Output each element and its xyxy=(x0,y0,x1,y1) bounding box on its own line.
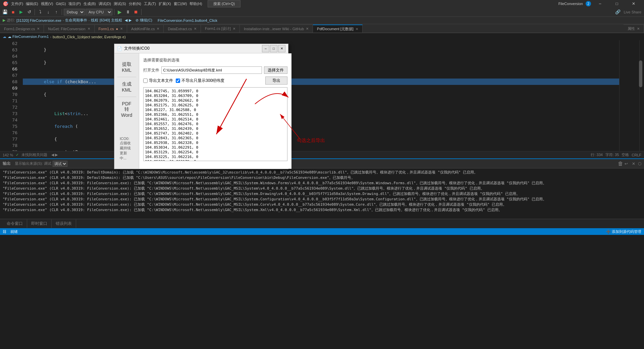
menu-test[interactable]: 测试(S) xyxy=(114,1,126,6)
tab-label: Installation instr...iewer Wiki - GitHub xyxy=(244,27,304,31)
menu-project[interactable]: 项目(P) xyxy=(68,1,81,6)
liveshare-label[interactable]: Live Share xyxy=(622,10,643,14)
step-over[interactable]: ⤵ xyxy=(37,8,44,16)
tab-close[interactable]: ✕ xyxy=(233,27,235,31)
menu-tools[interactable]: 工具(T) xyxy=(144,1,156,6)
output-wrap-btn[interactable]: ↩ xyxy=(625,161,628,166)
zoom-level[interactable]: 142 % xyxy=(3,153,13,157)
output-line-1: "FileConversion.exe" (CLR v4.0.30319: De… xyxy=(3,170,606,175)
dialog-title-text: 文件转换ICO0 xyxy=(124,46,150,51)
output-float-btn[interactable]: ⬡ xyxy=(638,161,641,166)
tab-nuget[interactable]: NuGet: FileConversion ✕ xyxy=(44,24,94,33)
tab-form1design[interactable]: Form1.cs [设计] ✕ xyxy=(201,24,240,33)
menu-analyze[interactable]: 分析(N) xyxy=(129,1,141,6)
menu-edit[interactable]: 编辑(E) xyxy=(26,1,38,6)
menu-build[interactable]: 生成(B) xyxy=(84,1,96,6)
dialog-close-btn[interactable]: ✕ xyxy=(278,45,285,52)
editor-scrollbar[interactable] xyxy=(639,40,644,151)
debug-mode-dropdown[interactable]: Debug xyxy=(64,9,85,15)
dialog-minimize-btn[interactable]: – xyxy=(262,45,269,52)
pdf-to-word-item[interactable]: PDF转Word xyxy=(117,98,136,120)
nav-btn2[interactable]: ▶ xyxy=(129,18,131,22)
tab-props[interactable]: 属性 ✕ xyxy=(624,24,644,33)
menu-file[interactable]: 文件(F) xyxy=(11,1,23,6)
tab-label: AddKmlFile.cs xyxy=(131,27,155,31)
tab-dataextract[interactable]: DataExtract.cs ✕ xyxy=(164,24,201,33)
dialog-status-text: ICO0: 点顿收藏持续更新中... xyxy=(117,134,136,163)
menu-window[interactable]: 窗口(W) xyxy=(174,1,187,6)
save-btn[interactable]: 💾 xyxy=(1,8,9,16)
export-text-checkbox[interactable] xyxy=(143,79,148,83)
select-file-btn[interactable]: 选择文件 xyxy=(264,66,287,74)
nav-btn[interactable]: ◀ xyxy=(125,18,127,22)
output-close-btn[interactable]: ✕ xyxy=(632,161,635,166)
tab-form1designer[interactable]: Form1.Designer.cs ✕ xyxy=(0,24,44,33)
export-text-label: 导出文本文件 xyxy=(149,78,173,84)
file-conversion-dialog[interactable]: 📄 文件转换ICO0 – □ ✕ 提取KML 生成KML PDF转Word IC… xyxy=(114,44,288,169)
window-controls: – □ ✕ xyxy=(592,0,641,7)
menu-git[interactable]: Git(G) xyxy=(56,2,66,6)
nav-arrows[interactable]: ◀ ▶ xyxy=(51,153,58,157)
breadcrumb-class[interactable]: ☁ FileConversion.Form1 xyxy=(8,35,49,39)
cpu-dropdown[interactable]: Any CPU xyxy=(86,9,112,15)
tab-wiki[interactable]: Installation instr...iewer Wiki - GitHub… xyxy=(240,24,313,33)
main-toolbar: 💾 ■ ▶ ↺ ⤵ ↓ ↑ Debug Any CPU ▶ ⏸ ⏹ 🔗 Live… xyxy=(0,7,644,17)
tab-form1cs[interactable]: Form1.cs ● ✕ xyxy=(95,24,127,33)
tabs-bar: Form1.Designer.cs ✕ NuGet: FileConversio… xyxy=(0,24,644,33)
stop-btn[interactable]: ■ xyxy=(9,8,17,16)
tab-close[interactable]: ✕ xyxy=(194,27,197,31)
liveshare-icon: 🔗 xyxy=(615,9,621,14)
add-source-control[interactable]: ➕ 添加到源代码管理 xyxy=(606,229,641,234)
cmd-tab[interactable]: 命令窗口 xyxy=(3,219,27,228)
progress-indicator: ▶ xyxy=(3,18,5,22)
app-title: FileConversion xyxy=(558,2,583,6)
output-source-select[interactable]: 调试 xyxy=(53,161,67,167)
play-debug[interactable]: ▶ xyxy=(116,8,123,16)
restart-btn[interactable]: ↺ xyxy=(25,8,33,16)
breadcrumb-method[interactable]: button3_Click_1(object sender, EventArgs… xyxy=(53,35,126,39)
stop-debug[interactable]: ⏹ xyxy=(132,8,140,16)
code-editor[interactable]: } } else if (checkBox... { List<strin...… xyxy=(20,40,619,151)
tab-label: 属性 xyxy=(628,26,635,31)
tab-close[interactable]: ✕ xyxy=(37,27,40,31)
errors-tab[interactable]: 错误列表 xyxy=(52,219,76,228)
no-issues[interactable]: 未找到相关问题 xyxy=(21,152,47,157)
start-btn[interactable]: ▶ xyxy=(17,8,25,16)
breadcrumb-file: ☁ xyxy=(3,35,6,39)
immediate-tab[interactable]: 即时窗口 xyxy=(27,219,52,228)
menu-help[interactable]: 帮助(H) xyxy=(190,1,202,6)
dialog-maximize-btn[interactable]: □ xyxy=(270,45,277,52)
minimize-btn[interactable]: – xyxy=(592,0,608,7)
menu-ext[interactable]: 扩展(X) xyxy=(159,1,171,6)
tab-close[interactable]: ✕ xyxy=(88,27,90,31)
menu-debug[interactable]: 调试(D) xyxy=(99,1,111,6)
title-bar-right: FileConversion 2 – □ ✕ xyxy=(558,0,641,7)
tab-close[interactable]: ✕ xyxy=(306,27,309,31)
maximize-btn[interactable]: □ xyxy=(609,0,625,7)
close-btn[interactable]: ✕ xyxy=(626,0,641,7)
tab-close[interactable]: ✕ xyxy=(120,27,123,31)
tab-pdfdoc[interactable]: PdfDocument [元数据] ✕ xyxy=(313,24,363,33)
no-export-checkbox[interactable] xyxy=(176,79,180,83)
extract-kml-item[interactable]: 提取KML xyxy=(117,59,136,76)
break-all[interactable]: ⏸ xyxy=(124,8,131,16)
tab-label: Form1.cs [设计] xyxy=(205,26,231,31)
tab-close[interactable]: ✕ xyxy=(637,27,640,31)
generate-kml-item[interactable]: 生成KML xyxy=(117,79,136,95)
output-clear-btn[interactable]: 🗑 xyxy=(618,161,623,167)
tab-close[interactable]: ✕ xyxy=(356,27,358,31)
dialog-left-menu: 提取KML 生成KML PDF转Word ICO0: 点顿收藏持续更新中... xyxy=(114,53,139,169)
export-btn[interactable]: 导出 xyxy=(265,77,287,85)
menu-view[interactable]: 视图(V) xyxy=(41,1,53,6)
step-into[interactable]: ↓ xyxy=(45,8,52,16)
menu-sep2 xyxy=(117,97,136,97)
open-file-input[interactable] xyxy=(161,66,262,74)
tab-close[interactable]: ✕ xyxy=(157,27,159,31)
tab-addkml[interactable]: AddKmlFile.cs ✕ xyxy=(127,24,164,33)
output-line-7: "FileConversion.exe" (CLR v4.0.30319: Fi… xyxy=(3,202,606,207)
step-out[interactable]: ↑ xyxy=(53,8,60,16)
search-box[interactable]: 搜索 (Ctrl+Q) xyxy=(208,0,240,7)
thread-sep: · xyxy=(63,18,64,22)
toolbar-more[interactable]: 🔗 xyxy=(614,8,622,16)
scrollbar-thumb[interactable] xyxy=(639,60,642,87)
